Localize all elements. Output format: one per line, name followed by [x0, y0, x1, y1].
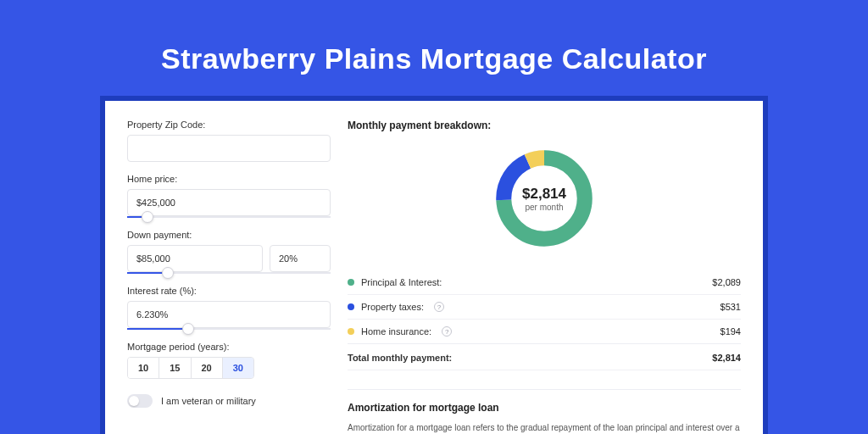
page-title: Strawberry Plains Mortgage Calculator — [0, 0, 868, 96]
zip-input[interactable] — [127, 135, 331, 162]
slider-thumb[interactable] — [162, 267, 174, 279]
total-row: Total monthly payment: $2,814 — [348, 343, 741, 370]
donut-center: $2,814 per month — [491, 145, 598, 252]
period-button-30[interactable]: 30 — [223, 358, 253, 378]
amortization-text: Amortization for a mortgage loan refers … — [348, 422, 741, 434]
calculator-card: Property Zip Code: Home price: Down paym… — [105, 101, 763, 434]
amortization-section: Amortization for mortgage loan Amortizat… — [348, 389, 741, 434]
total-label: Total monthly payment: — [348, 353, 452, 363]
donut-wrap: $2,814 per month — [348, 145, 741, 252]
period-field: Mortgage period (years): 10152030 — [127, 342, 331, 379]
legend-label: Home insurance: — [361, 326, 431, 337]
period-label: Mortgage period (years): — [127, 342, 331, 352]
legend-dot — [348, 328, 354, 335]
legend-value: $194 — [721, 326, 741, 337]
breakdown-title: Monthly payment breakdown: — [348, 120, 741, 131]
rate-label: Interest rate (%): — [127, 286, 331, 296]
donut-sub: per month — [525, 203, 563, 212]
legend: Principal & Interest:$2,089Property taxe… — [348, 270, 741, 343]
rate-field: Interest rate (%): — [127, 286, 331, 330]
home-price-label: Home price: — [127, 174, 331, 184]
help-icon[interactable]: ? — [442, 326, 452, 337]
slider-fill — [127, 328, 188, 330]
period-button-20[interactable]: 20 — [192, 358, 223, 378]
legend-label: Principal & Interest: — [361, 277, 442, 287]
period-button-group: 10152030 — [127, 357, 254, 379]
card-shadow: Property Zip Code: Home price: Down paym… — [100, 96, 768, 434]
slider-thumb[interactable] — [182, 323, 194, 335]
zip-field: Property Zip Code: — [127, 120, 331, 162]
rate-slider[interactable] — [127, 328, 331, 330]
home-price-slider[interactable] — [127, 216, 331, 218]
down-payment-input[interactable] — [127, 245, 263, 272]
results-panel: Monthly payment breakdown: $2,814 per mo… — [348, 120, 741, 434]
inputs-panel: Property Zip Code: Home price: Down paym… — [127, 120, 331, 434]
rate-input[interactable] — [127, 301, 331, 328]
legend-row: Property taxes:?$531 — [348, 295, 741, 320]
legend-row: Principal & Interest:$2,089 — [348, 270, 741, 295]
legend-value: $531 — [721, 302, 741, 312]
home-price-field: Home price: — [127, 174, 331, 218]
veteran-label: I am veteran or military — [161, 396, 256, 406]
slider-thumb[interactable] — [142, 211, 153, 223]
legend-row: Home insurance:?$194 — [348, 320, 741, 343]
home-price-input[interactable] — [127, 189, 331, 216]
legend-value: $2,089 — [712, 277, 741, 287]
total-value: $2,814 — [712, 353, 741, 363]
down-payment-pct-input[interactable] — [270, 245, 331, 272]
legend-dot — [348, 303, 354, 310]
period-button-15[interactable]: 15 — [159, 358, 191, 378]
donut-amount: $2,814 — [522, 186, 566, 203]
zip-label: Property Zip Code: — [127, 120, 331, 130]
help-icon[interactable]: ? — [434, 302, 444, 312]
period-button-10[interactable]: 10 — [128, 358, 159, 378]
legend-dot — [348, 279, 354, 286]
donut-chart: $2,814 per month — [491, 145, 598, 252]
amortization-title: Amortization for mortgage loan — [348, 402, 741, 414]
legend-label: Property taxes: — [361, 302, 424, 312]
down-payment-field: Down payment: — [127, 230, 331, 274]
down-payment-label: Down payment: — [127, 230, 331, 240]
veteran-toggle[interactable] — [127, 394, 153, 408]
veteran-row: I am veteran or military — [127, 394, 331, 408]
toggle-knob — [129, 396, 139, 406]
down-payment-slider[interactable] — [127, 272, 331, 274]
